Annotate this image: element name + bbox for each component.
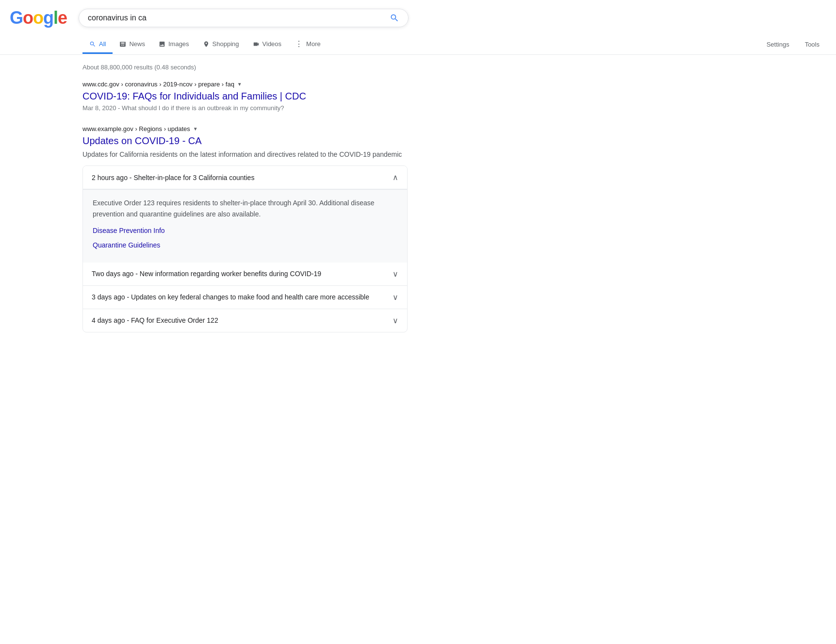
logo-o-red: o (23, 8, 33, 28)
search-nav-icon (89, 41, 96, 48)
more-dots-icon: ⋮ (295, 39, 303, 49)
google-logo: Google (10, 8, 67, 28)
nav-item-images[interactable]: Images (152, 35, 196, 54)
nav-bar: All News Images Shopping Videos ⋮ More S… (0, 30, 836, 55)
header: Google (0, 0, 836, 28)
nav-item-more[interactable]: ⋮ More (288, 34, 328, 55)
news-expanded-content-1: Executive Order 123 requires residents t… (83, 189, 407, 263)
nav-label-all: All (99, 40, 106, 48)
search-input[interactable] (88, 14, 390, 22)
logo-g2-blue: g (43, 8, 53, 28)
nav-item-videos[interactable]: Videos (246, 35, 289, 54)
nav-label-news: News (129, 40, 145, 48)
search-icon (390, 13, 399, 23)
dropdown-arrow-ca[interactable]: ▼ (193, 126, 198, 132)
logo-e-red: e (58, 8, 67, 28)
news-row-2-text: Two days ago - New information regarding… (92, 270, 321, 278)
nav-right: Settings Tools (760, 36, 826, 53)
results-count: About 88,800,000 results (0.48 seconds) (82, 64, 408, 71)
logo-l-green: l (53, 8, 58, 28)
result-item-cdc: www.cdc.gov › coronavirus › 2019-ncov › … (82, 81, 408, 112)
search-button[interactable] (390, 13, 399, 23)
news-row-1: 2 hours ago - Shelter-in-place for 3 Cal… (83, 166, 407, 263)
results-area: About 88,800,000 results (0.48 seconds) … (0, 55, 417, 356)
images-nav-icon (159, 41, 165, 48)
chevron-down-3: ∨ (393, 293, 398, 302)
result-url-text-ca: www.example.gov › Regions › updates (82, 125, 190, 132)
nav-label-images: Images (168, 40, 189, 48)
news-items-container: 2 hours ago - Shelter-in-place for 3 Cal… (82, 165, 408, 332)
nav-settings[interactable]: Settings (760, 36, 796, 53)
result-date-cdc: Mar 8, 2020 - What should I do if there … (82, 104, 408, 112)
nav-item-shopping[interactable]: Shopping (196, 35, 246, 54)
expanded-text-1: Executive Order 123 requires residents t… (93, 198, 397, 219)
news-row-3[interactable]: 3 days ago - Updates on key federal chan… (83, 286, 407, 309)
videos-nav-icon (253, 41, 260, 48)
logo-o-yellow: o (33, 8, 43, 28)
quarantine-guidelines-link[interactable]: Quarantine Guidelines (93, 240, 397, 250)
news-row-2[interactable]: Two days ago - New information regarding… (83, 263, 407, 286)
nav-item-news[interactable]: News (113, 35, 152, 54)
news-row-3-text: 3 days ago - Updates on key federal chan… (92, 293, 369, 301)
news-row-4-text: 4 days ago - FAQ for Executive Order 122 (92, 316, 218, 324)
nav-tools[interactable]: Tools (798, 36, 826, 53)
result-url-cdc: www.cdc.gov › coronavirus › 2019-ncov › … (82, 81, 408, 88)
result-title-cdc[interactable]: COVID-19: FAQs for Individuals and Famil… (82, 90, 408, 102)
nav-label-more: More (306, 40, 321, 48)
disease-prevention-link[interactable]: Disease Prevention Info (93, 225, 397, 236)
news-row-1-header[interactable]: 2 hours ago - Shelter-in-place for 3 Cal… (83, 166, 407, 189)
news-row-4[interactable]: 4 days ago - FAQ for Executive Order 122… (83, 309, 407, 332)
chevron-down-4: ∨ (393, 316, 398, 325)
nav-label-videos: Videos (262, 40, 282, 48)
result-url-text-cdc: www.cdc.gov › coronavirus › 2019-ncov › … (82, 81, 234, 88)
chevron-down-2: ∨ (393, 269, 398, 279)
result-url-ca: www.example.gov › Regions › updates ▼ (82, 125, 408, 132)
nav-item-all[interactable]: All (82, 35, 113, 54)
result-snippet-ca: Updates for California residents on the … (82, 149, 408, 160)
result-title-ca[interactable]: Updates on COVID-19 - CA (82, 134, 408, 147)
logo-g-blue: G (10, 8, 23, 28)
shopping-nav-icon (203, 41, 210, 48)
dropdown-arrow-cdc[interactable]: ▼ (237, 82, 242, 87)
news-nav-icon (119, 41, 126, 48)
news-row-1-text: 2 hours ago - Shelter-in-place for 3 Cal… (92, 174, 254, 182)
chevron-up-1: ∧ (393, 173, 398, 182)
nav-label-shopping: Shopping (213, 40, 239, 48)
search-bar[interactable] (79, 9, 409, 27)
result-item-ca: www.example.gov › Regions › updates ▼ Up… (82, 125, 408, 332)
